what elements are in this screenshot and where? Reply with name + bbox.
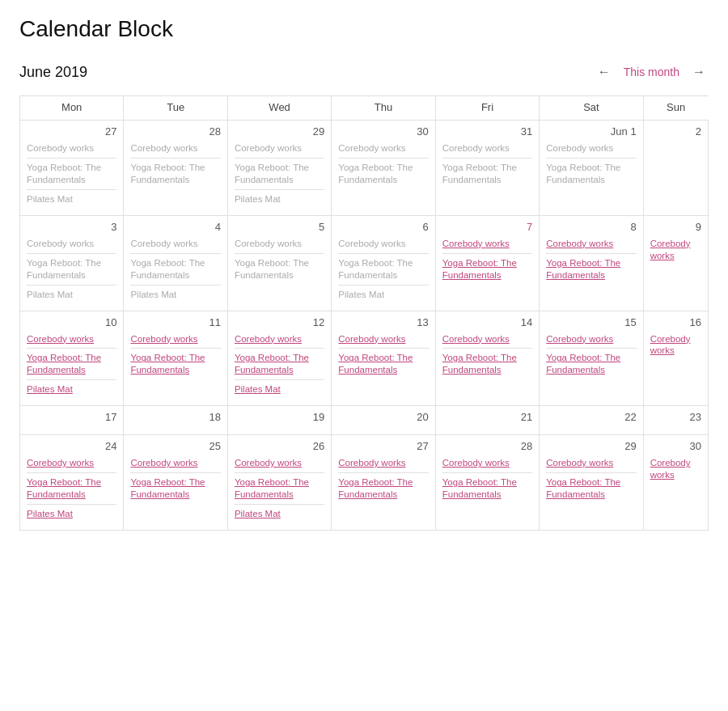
calendar-event[interactable]: Corebody works — [442, 457, 532, 469]
calendar-event[interactable]: Yoga Reboot: The Fundamentals — [442, 476, 532, 501]
event-divider — [235, 348, 324, 349]
calendar-cell: 15Corebody worksYoga Reboot: The Fundame… — [540, 311, 643, 406]
calendar-event[interactable]: Corebody works — [650, 333, 701, 358]
calendar-event: Corebody works — [338, 238, 428, 250]
calendar-cell: 22 — [540, 406, 643, 435]
cell-date: 16 — [650, 316, 701, 328]
event-divider — [130, 158, 220, 159]
event-divider — [27, 472, 116, 473]
calendar-event: Corebody works — [27, 238, 116, 250]
calendar-event[interactable]: Corebody works — [546, 457, 636, 469]
calendar-cell: 27Corebody worksYoga Reboot: The Fundame… — [20, 121, 124, 216]
calendar-event[interactable]: Corebody works — [442, 238, 532, 250]
calendar-event[interactable]: Pilates Mat — [27, 508, 116, 520]
calendar-event[interactable]: Yoga Reboot: The Fundamentals — [130, 476, 220, 501]
page-title: Calendar Block — [19, 16, 709, 42]
event-divider — [27, 158, 116, 159]
calendar-event: Corebody works — [130, 238, 220, 250]
calendar-cell: 25Corebody worksYoga Reboot: The Fundame… — [124, 435, 227, 531]
cell-date: 4 — [130, 221, 220, 233]
calendar-event[interactable]: Corebody works — [650, 238, 701, 262]
calendar-event[interactable]: Yoga Reboot: The Fundamentals — [338, 352, 428, 376]
cell-date: 18 — [130, 411, 220, 423]
cell-date: 20 — [338, 411, 428, 423]
next-button[interactable]: → — [689, 61, 709, 83]
calendar-event[interactable]: Corebody works — [442, 333, 532, 345]
cell-date: 3 — [27, 221, 116, 233]
calendar-event[interactable]: Yoga Reboot: The Fundamentals — [130, 352, 220, 376]
cell-date: 30 — [338, 125, 428, 138]
calendar-event: Yoga Reboot: The Fundamentals — [442, 162, 532, 186]
nav-controls: ← This month → — [595, 61, 709, 83]
cell-date: 26 — [235, 440, 324, 452]
calendar-event: Corebody works — [235, 238, 324, 250]
calendar-cell: 31Corebody worksYoga Reboot: The Fundame… — [435, 121, 539, 216]
event-divider — [235, 189, 324, 190]
calendar-event[interactable]: Yoga Reboot: The Fundamentals — [442, 352, 532, 376]
calendar-event[interactable]: Yoga Reboot: The Fundamentals — [27, 352, 116, 376]
event-divider — [442, 472, 532, 473]
calendar-event[interactable]: Corebody works — [235, 457, 324, 469]
calendar-event[interactable]: Corebody works — [650, 457, 701, 481]
event-divider — [27, 504, 116, 505]
calendar-event[interactable]: Corebody works — [338, 333, 428, 345]
event-divider — [27, 285, 116, 286]
calendar-event[interactable]: Corebody works — [546, 238, 636, 250]
calendar-cell: 9Corebody works — [643, 215, 708, 311]
event-divider — [27, 348, 116, 349]
event-divider — [546, 253, 636, 254]
calendar-event: Corebody works — [235, 142, 324, 154]
calendar-cell: 7Corebody worksYoga Reboot: The Fundamen… — [435, 215, 539, 311]
calendar-cell: 8Corebody worksYoga Reboot: The Fundamen… — [540, 215, 643, 311]
calendar-event[interactable]: Corebody works — [27, 333, 116, 345]
calendar-event[interactable]: Yoga Reboot: The Fundamentals — [235, 476, 324, 501]
calendar-grid: MonTueWedThuFriSatSun 27Corebody worksYo… — [19, 95, 709, 531]
day-header-tue: Tue — [124, 96, 227, 121]
cell-date: 8 — [546, 221, 636, 233]
cell-date: 27 — [27, 125, 116, 138]
calendar-event[interactable]: Pilates Mat — [27, 383, 116, 396]
calendar-cell: 29Corebody worksYoga Reboot: The Fundame… — [540, 435, 643, 531]
calendar-event[interactable]: Yoga Reboot: The Fundamentals — [546, 352, 636, 376]
calendar-event[interactable]: Pilates Mat — [235, 383, 324, 396]
cell-date: 11 — [130, 316, 220, 328]
prev-button[interactable]: ← — [595, 61, 614, 83]
calendar-event[interactable]: Yoga Reboot: The Fundamentals — [546, 476, 636, 501]
calendar-event[interactable]: Corebody works — [130, 333, 220, 345]
calendar-event: Pilates Mat — [27, 289, 116, 301]
event-divider — [235, 472, 324, 473]
calendar-cell: 6Corebody worksYoga Reboot: The Fundamen… — [332, 215, 435, 311]
calendar-header: June 2019 ← This month → — [19, 61, 709, 83]
cell-date: 13 — [338, 316, 428, 328]
event-divider — [27, 379, 116, 380]
event-divider — [27, 253, 116, 254]
calendar-event[interactable]: Yoga Reboot: The Fundamentals — [546, 257, 636, 281]
calendar-cell: 20 — [332, 406, 435, 435]
event-divider — [338, 285, 428, 286]
cell-date: 27 — [338, 440, 428, 452]
calendar-event[interactable]: Corebody works — [338, 457, 428, 469]
calendar-event[interactable]: Corebody works — [130, 457, 220, 469]
calendar-event[interactable]: Corebody works — [235, 333, 324, 345]
calendar-event[interactable]: Yoga Reboot: The Fundamentals — [27, 476, 116, 501]
event-divider — [338, 472, 428, 473]
calendar-cell: 5Corebody worksYoga Reboot: The Fundamen… — [227, 215, 331, 311]
calendar-event[interactable]: Yoga Reboot: The Fundamentals — [442, 257, 532, 281]
calendar-event[interactable]: Corebody works — [546, 333, 636, 345]
cell-date: Jun 1 — [546, 125, 636, 138]
calendar-event[interactable]: Yoga Reboot: The Fundamentals — [235, 352, 324, 376]
calendar-cell: 26Corebody worksYoga Reboot: The Fundame… — [227, 435, 331, 531]
calendar-cell: Jun 1Corebody worksYoga Reboot: The Fund… — [540, 121, 643, 216]
calendar-event: Yoga Reboot: The Fundamentals — [338, 257, 428, 281]
calendar-event: Corebody works — [338, 142, 428, 154]
calendar-event: Corebody works — [442, 142, 532, 154]
calendar-event[interactable]: Corebody works — [27, 457, 116, 469]
event-divider — [442, 158, 532, 159]
calendar-event[interactable]: Pilates Mat — [235, 508, 324, 520]
calendar-event[interactable]: Yoga Reboot: The Fundamentals — [338, 476, 428, 501]
event-divider — [442, 253, 532, 254]
day-header-wed: Wed — [227, 96, 331, 121]
calendar-cell: 28Corebody worksYoga Reboot: The Fundame… — [435, 435, 539, 531]
event-divider — [130, 253, 220, 254]
this-month-button[interactable]: This month — [624, 66, 679, 78]
